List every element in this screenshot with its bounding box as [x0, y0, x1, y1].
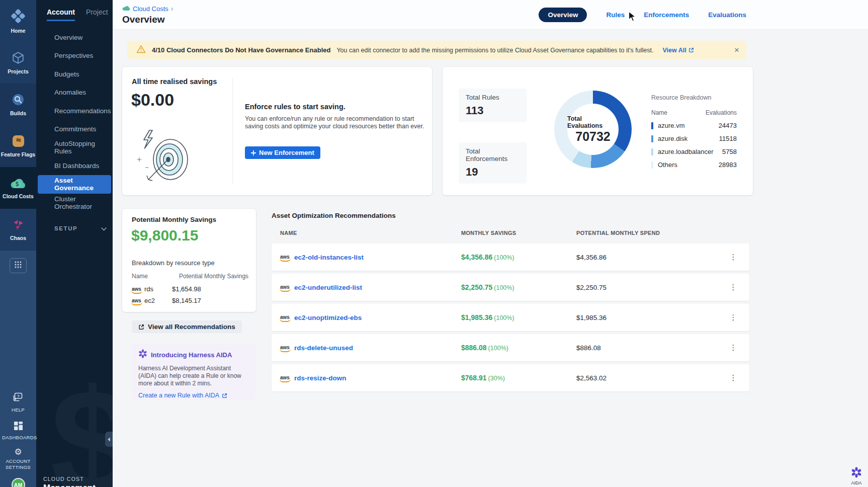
table-row: awsec2-old-instances-list $4,356.86(100%… — [272, 244, 749, 271]
sidebar-item-bi-dashboards[interactable]: BI Dashboards — [36, 157, 113, 176]
footer-kicker: CLOUD COST — [43, 476, 96, 482]
help-button[interactable]: ? HELP — [2, 392, 34, 413]
breakdown-row: awsec2 $8,145.17 — [132, 297, 249, 304]
aida-assistant-button[interactable]: AIDA — [851, 467, 862, 485]
rail-item-cloud-costs[interactable]: $ Cloud Costs — [0, 167, 36, 209]
row-menu-button[interactable]: ⋮ — [726, 373, 741, 382]
account-settings-label: ACCOUNT SETTINGS — [2, 458, 34, 470]
total-enforcements-label: Total Enforcements — [466, 147, 519, 163]
setup-label: SETUP — [54, 225, 77, 231]
module-selector-button[interactable] — [10, 258, 27, 273]
row-menu-button[interactable]: ⋮ — [726, 253, 741, 262]
dashboards-label: DASHBOARDS — [2, 435, 34, 441]
breakdown-row: awsrds $1,654.98 — [132, 285, 249, 293]
rule-name-link[interactable]: rds-delete-unused — [294, 344, 353, 352]
rule-name-link[interactable]: ec2-old-instances-list — [294, 254, 364, 261]
sidebar-item-budgets[interactable]: Budgets — [36, 65, 113, 84]
legend-swatch — [651, 135, 653, 142]
view-all-recommendations-button[interactable]: View all Recommendations — [132, 320, 242, 333]
recommendations-header: NAME MONTHLY SAVINGS POTENTIAL MONTHLY S… — [272, 230, 749, 236]
tab-rules[interactable]: Rules — [606, 11, 625, 19]
rail-item-feature-flags[interactable]: Feature Flags — [0, 125, 36, 167]
tab-evaluations[interactable]: Evaluations — [708, 11, 746, 19]
new-enforcement-button[interactable]: New Enforcement — [245, 146, 320, 159]
builds-icon — [12, 93, 25, 108]
row-menu-button[interactable]: ⋮ — [726, 343, 741, 352]
resource-breakdown-legend: Resource Breakdown Name Evaluations azur… — [651, 94, 737, 169]
total-rules-stat: Total Rules 113 — [459, 89, 527, 122]
dashboards-button[interactable]: DASHBOARDS — [2, 421, 34, 441]
legend-row: azure.loadbalancer 5758 — [651, 148, 737, 155]
rule-name-link[interactable]: ec2-underutilized-list — [294, 284, 362, 291]
rail-item-chaos[interactable]: Chaos — [0, 209, 36, 251]
resource-savings: $8,145.17 — [172, 297, 201, 304]
tab-account[interactable]: Account — [47, 8, 75, 21]
rule-name-link[interactable]: rds-resize-down — [294, 374, 346, 382]
setup-section-toggle[interactable]: SETUP — [36, 221, 113, 236]
table-row: awsec2-underutilized-list $2,250.75(100%… — [272, 274, 749, 301]
aida-flower-icon — [138, 349, 147, 360]
tab-project[interactable]: Project — [86, 8, 108, 21]
sidebar-item-overview[interactable]: Overview — [36, 28, 113, 47]
rule-name-link[interactable]: ec2-unoptimized-ebs — [294, 314, 362, 321]
breakdown-value-header: Potential Monthly Savings — [179, 273, 248, 280]
donut-center: Total Evaluations 70732 — [567, 104, 619, 155]
svg-text:?: ? — [17, 394, 20, 398]
donut-center-label: Total Evaluations — [567, 115, 619, 129]
row-menu-button[interactable]: ⋮ — [726, 313, 741, 322]
grid-dots-icon — [14, 261, 22, 271]
row-menu-button[interactable]: ⋮ — [726, 283, 741, 292]
realised-savings-amount: $0.00 — [131, 90, 174, 110]
svg-text:$: $ — [16, 181, 19, 188]
rail-item-home[interactable]: Home — [0, 0, 36, 42]
total-enforcements-value: 19 — [466, 166, 519, 179]
create-rule-with-aida-link[interactable]: Create a new Rule with AIDA — [138, 392, 249, 399]
help-chat-icon: ? — [13, 392, 24, 405]
total-rules-value: 113 — [466, 104, 519, 117]
tab-enforcements[interactable]: Enforcements — [644, 11, 689, 19]
account-settings-button[interactable]: ⚙ ACCOUNT SETTINGS — [2, 448, 34, 470]
sidebar-item-commitments[interactable]: Commitments — [36, 120, 113, 139]
aida-promo-panel: Introducing Harness AIDA Harness AI Deve… — [132, 343, 255, 400]
sidebar-item-perspectives[interactable]: Perspectives — [36, 47, 113, 65]
top-navigation: Overview Rules Enforcements Evaluations — [539, 0, 746, 30]
tab-overview[interactable]: Overview — [539, 8, 587, 22]
breadcrumb-cloud-costs[interactable]: Cloud Costs — [133, 5, 168, 13]
aws-icon: aws — [132, 287, 141, 292]
dollar-watermark: $ — [50, 355, 113, 487]
warning-triangle-icon — [136, 45, 146, 55]
sidebar-item-autostopping-rules[interactable]: AutoStopping Rules — [36, 138, 113, 157]
legend-swatch — [651, 161, 653, 169]
chevron-down-icon — [101, 224, 107, 233]
sidebar-item-recommendations[interactable]: Recommendations — [36, 102, 113, 120]
rail-item-label: Chaos — [10, 235, 26, 241]
rail-item-builds[interactable]: Builds — [0, 84, 36, 125]
gear-icon: ⚙ — [14, 448, 22, 456]
monthly-savings-value: $886.08 — [461, 344, 487, 352]
external-link-icon — [688, 47, 694, 53]
savings-percent: (100%) — [488, 345, 508, 352]
rail-item-projects[interactable]: Projects — [0, 42, 36, 84]
dashboards-icon — [14, 421, 23, 433]
sidebar-collapse-button[interactable] — [105, 432, 113, 447]
sidebar-item-asset-governance[interactable]: Asset Governance — [38, 175, 111, 194]
sidebar-item-cluster-orchestrator[interactable]: Cluster Orchestrator — [36, 194, 113, 212]
user-avatar[interactable]: AM — [12, 478, 25, 487]
view-all-link[interactable]: View All — [662, 47, 693, 54]
sidebar-item-anomalies[interactable]: Anomalies — [36, 84, 113, 102]
aida-title: Introducing Harness AIDA — [151, 351, 232, 359]
realised-savings-title: All time realised savings — [132, 77, 217, 86]
legend-value: 28983 — [719, 161, 737, 169]
card-divider — [232, 78, 233, 184]
potential-spend-value: $2,250.75 — [576, 284, 726, 291]
close-icon[interactable]: × — [734, 46, 739, 54]
aida-flower-icon — [851, 467, 862, 480]
savings-percent: (100%) — [494, 254, 514, 261]
footer-title: Management — [43, 483, 96, 487]
legend-label: azure.vm — [658, 122, 719, 129]
potential-spend-value: $2,563.02 — [576, 374, 726, 382]
chevron-right-icon: › — [171, 5, 173, 13]
breadcrumb: Cloud Costs › — [122, 5, 173, 13]
aws-icon: aws — [132, 298, 141, 303]
rail-item-label: Cloud Costs — [3, 194, 34, 199]
